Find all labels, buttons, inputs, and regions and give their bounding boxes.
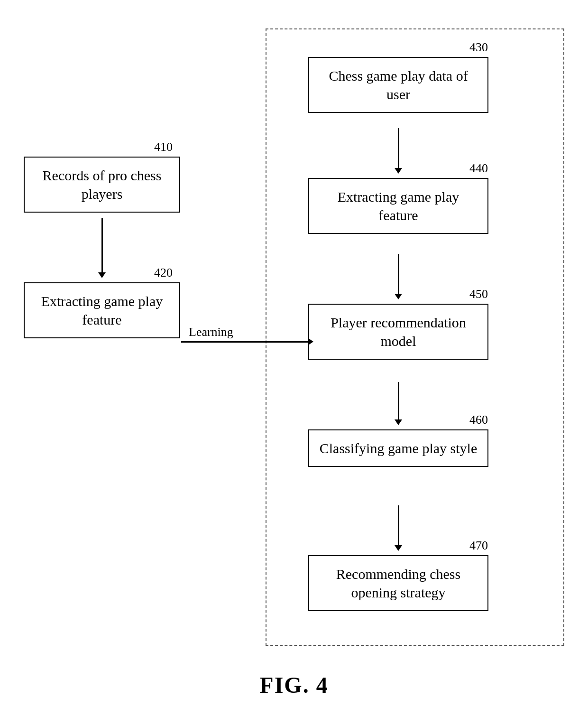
box-450: Player recommendation model — [308, 304, 488, 360]
box-440: Extracting game play feature — [308, 178, 488, 234]
label-460: 460 — [469, 413, 488, 427]
box-420: Extracting game play feature — [24, 282, 180, 338]
box-460: Classifying game play style — [308, 429, 488, 467]
learning-label: Learning — [189, 325, 233, 339]
box-410-text: Records of pro chess players — [43, 168, 162, 202]
label-470: 470 — [469, 539, 488, 553]
label-450: 450 — [469, 287, 488, 301]
arrow-420-450 — [181, 341, 308, 343]
label-410: 410 — [154, 140, 173, 154]
box-440-text: Extracting game play feature — [338, 189, 459, 223]
box-450-text: Player recommendation model — [331, 315, 466, 349]
arrow-460-470 — [398, 505, 399, 546]
arrow-410-420 — [101, 218, 103, 273]
box-430: Chess game play data of user — [308, 57, 488, 113]
box-420-text: Extracting game play feature — [41, 293, 163, 327]
label-440: 440 — [469, 161, 488, 176]
arrow-440-450 — [398, 254, 399, 294]
figure-label: FIG. 4 — [259, 672, 328, 698]
box-470-text: Recommending chess opening strategy — [336, 566, 460, 600]
box-460-text: Classifying game play style — [320, 440, 477, 456]
arrow-430-440 — [398, 128, 399, 168]
label-430: 430 — [469, 40, 488, 55]
arrow-450-460 — [398, 382, 399, 420]
box-470: Recommending chess opening strategy — [308, 555, 488, 611]
box-430-text: Chess game play data of user — [329, 68, 468, 102]
label-420: 420 — [154, 266, 173, 280]
box-410: Records of pro chess players — [24, 157, 180, 213]
diagram: Records of pro chess players 410 Extract… — [14, 14, 574, 655]
